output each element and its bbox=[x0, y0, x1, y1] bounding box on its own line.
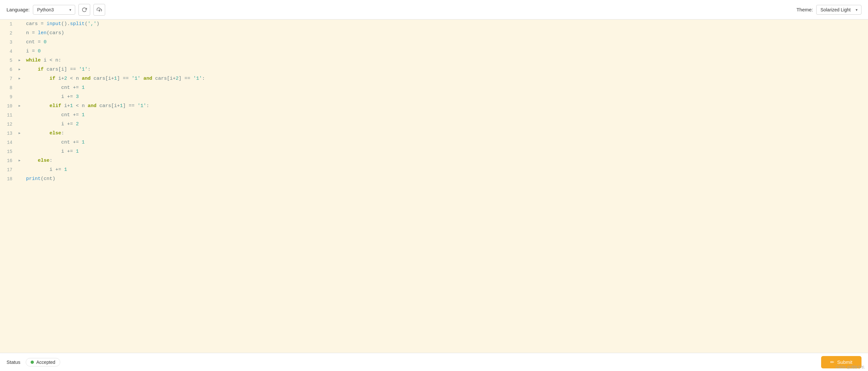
code-table: 1 ▶ cars = input().split(',') 2 ▶ n = le… bbox=[0, 20, 868, 183]
status-badge-text: Accepted bbox=[36, 360, 55, 365]
status-bar: Status Accepted ✏ Submit bbox=[0, 353, 868, 371]
line-number: 4 bbox=[0, 47, 16, 56]
language-select-wrapper[interactable]: Python3 C++ Java JavaScript Go bbox=[33, 5, 75, 15]
fold-indicator[interactable]: ▶ bbox=[16, 56, 23, 65]
line-number: 18 bbox=[0, 174, 16, 183]
table-row: 3 ▶ cnt = 0 bbox=[0, 38, 868, 47]
line-number: 10 bbox=[0, 102, 16, 111]
status-left: Status Accepted bbox=[6, 358, 60, 366]
fold-indicator[interactable]: ▶ bbox=[16, 65, 23, 74]
toolbar-left: Language: Python3 C++ Java JavaScript Go bbox=[6, 4, 105, 15]
line-number: 13 bbox=[0, 129, 16, 138]
theme-label: Theme: bbox=[796, 7, 813, 12]
line-number: 3 bbox=[0, 38, 16, 47]
line-number: 11 bbox=[0, 111, 16, 120]
fold-indicator[interactable]: ▶ bbox=[16, 102, 23, 111]
status-label: Status bbox=[6, 359, 21, 365]
table-row: 12 ▶ i += 2 bbox=[0, 120, 868, 129]
code-line[interactable]: cnt = 0 bbox=[23, 38, 868, 47]
table-row: 1 ▶ cars = input().split(',') bbox=[0, 20, 868, 29]
table-row: 9 ▶ i += 3 bbox=[0, 93, 868, 102]
fold-indicator[interactable]: ▶ bbox=[16, 74, 23, 83]
table-row: 11 ▶ cnt += 1 bbox=[0, 111, 868, 120]
table-row: 13 ▶ else: bbox=[0, 129, 868, 138]
table-row: 4 ▶ i = 0 bbox=[0, 47, 868, 56]
code-line[interactable]: cnt += 1 bbox=[23, 138, 868, 147]
theme-select[interactable]: Solarized Light Dark Monokai GitHub bbox=[816, 5, 862, 15]
line-number: 2 bbox=[0, 29, 16, 38]
code-editor[interactable]: 1 ▶ cars = input().split(',') 2 ▶ n = le… bbox=[0, 20, 868, 353]
line-number: 1 bbox=[0, 20, 16, 29]
code-line[interactable]: cnt += 1 bbox=[23, 111, 868, 120]
code-line[interactable]: print(cnt) bbox=[23, 174, 868, 183]
code-line[interactable]: if cars[i] == '1': bbox=[23, 65, 868, 74]
code-line[interactable]: i = 0 bbox=[23, 47, 868, 56]
code-line[interactable]: i += 1 bbox=[23, 165, 868, 174]
table-row: 5 ▶ while i < n: bbox=[0, 56, 868, 65]
status-dot bbox=[31, 361, 34, 364]
table-row: 2 ▶ n = len(cars) bbox=[0, 29, 868, 38]
upload-button[interactable] bbox=[93, 4, 105, 15]
table-row: 7 ▶ if i+2 < n and cars[i+1] == '1' and … bbox=[0, 74, 868, 83]
line-number: 5 bbox=[0, 56, 16, 65]
table-row: 8 ▶ cnt += 1 bbox=[0, 83, 868, 93]
refresh-icon bbox=[82, 7, 87, 12]
code-line[interactable]: cars = input().split(',') bbox=[23, 20, 868, 29]
fold-indicator[interactable]: ▶ bbox=[16, 129, 23, 138]
submit-label: Submit bbox=[837, 359, 852, 365]
line-number: 8 bbox=[0, 83, 16, 93]
table-row: 14 ▶ cnt += 1 bbox=[0, 138, 868, 147]
line-number: 16 bbox=[0, 156, 16, 165]
line-number: 6 bbox=[0, 65, 16, 74]
toolbar: Language: Python3 C++ Java JavaScript Go bbox=[0, 0, 868, 20]
code-line[interactable]: cnt += 1 bbox=[23, 83, 868, 93]
refresh-button[interactable] bbox=[79, 4, 90, 15]
table-row: 15 ▶ i += 1 bbox=[0, 147, 868, 156]
code-line[interactable]: i += 1 bbox=[23, 147, 868, 156]
table-row: 6 ▶ if cars[i] == '1': bbox=[0, 65, 868, 74]
code-line[interactable]: if i+2 < n and cars[i+1] == '1' and cars… bbox=[23, 74, 868, 83]
table-row: 10 ▶ elif i+1 < n and cars[i+1] == '1': bbox=[0, 102, 868, 111]
language-select[interactable]: Python3 C++ Java JavaScript Go bbox=[33, 5, 75, 15]
table-row: 17 ▶ i += 1 bbox=[0, 165, 868, 174]
code-line[interactable]: while i < n: bbox=[23, 56, 868, 65]
theme-select-wrapper[interactable]: Solarized Light Dark Monokai GitHub bbox=[816, 5, 862, 15]
fold-indicator[interactable]: ▶ bbox=[16, 156, 23, 165]
code-line[interactable]: elif i+1 < n and cars[i+1] == '1': bbox=[23, 102, 868, 111]
toolbar-right: Theme: Solarized Light Dark Monokai GitH… bbox=[796, 5, 862, 15]
table-row: 16 ▶ else: bbox=[0, 156, 868, 165]
line-number: 17 bbox=[0, 165, 16, 174]
status-badge: Accepted bbox=[26, 358, 60, 366]
code-line[interactable]: i += 2 bbox=[23, 120, 868, 129]
code-line[interactable]: else: bbox=[23, 129, 868, 138]
language-label: Language: bbox=[6, 7, 30, 12]
line-number: 7 bbox=[0, 74, 16, 83]
code-line[interactable]: else: bbox=[23, 156, 868, 165]
code-line[interactable]: n = len(cars) bbox=[23, 29, 868, 38]
submit-icon: ✏ bbox=[830, 359, 834, 365]
footer-credit: CSDN @清除学长 bbox=[836, 365, 865, 370]
line-number: 12 bbox=[0, 120, 16, 129]
line-number: 14 bbox=[0, 138, 16, 147]
upload-icon bbox=[97, 7, 102, 12]
line-number: 15 bbox=[0, 147, 16, 156]
table-row: 18 ▶ print(cnt) bbox=[0, 174, 868, 183]
code-line[interactable]: i += 3 bbox=[23, 93, 868, 102]
line-number: 9 bbox=[0, 93, 16, 102]
